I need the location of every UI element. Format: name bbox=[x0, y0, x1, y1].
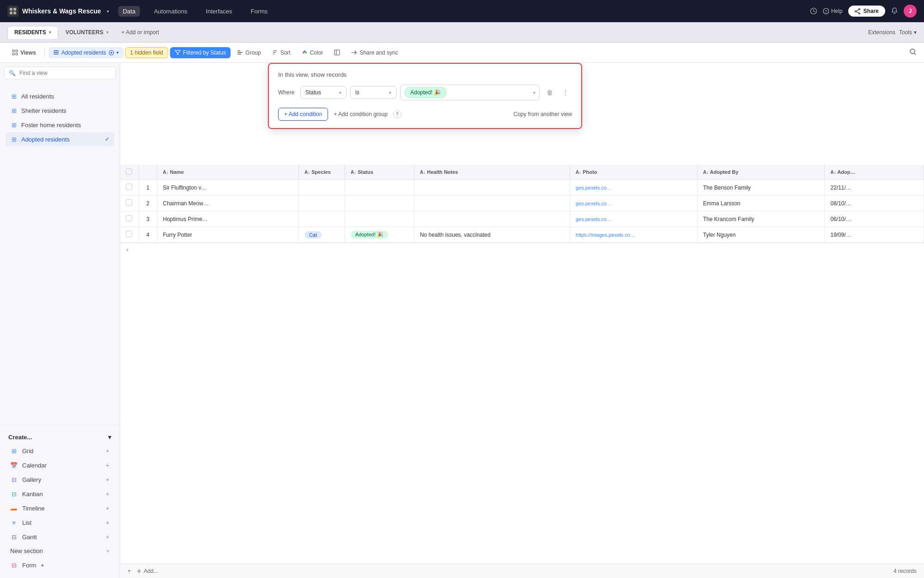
nav-data[interactable]: Data bbox=[118, 6, 140, 17]
row-checkbox[interactable] bbox=[126, 231, 132, 237]
table-row[interactable]: 1 Sir Fluffington v… ges.pexels.co… The … bbox=[120, 180, 924, 196]
grid-icon: ⊞ bbox=[10, 447, 18, 455]
row-2-adoptedby[interactable]: Emma Larsson bbox=[697, 196, 825, 211]
row-checkbox[interactable] bbox=[126, 184, 132, 190]
table-row[interactable]: 3 Hoptimus Prime… ges.pexels.co… The Kra… bbox=[120, 211, 924, 227]
filter-condition-value: Adopted! 🎉 bbox=[410, 89, 441, 96]
row-3-adoptedby[interactable]: The Krancom Family bbox=[697, 211, 825, 227]
group-button[interactable]: Group bbox=[232, 47, 265, 58]
create-timeline[interactable]: ▬ Timeline + bbox=[6, 501, 114, 515]
row-2-check[interactable] bbox=[120, 196, 139, 211]
nav-forms[interactable]: Forms bbox=[246, 6, 272, 17]
col-header-check[interactable] bbox=[120, 165, 139, 180]
sidebar-search[interactable]: 🔍 bbox=[4, 67, 116, 80]
views-section: ⊞ All residents ⊞ Shelter residents ⊞ Fo… bbox=[0, 83, 120, 148]
row-4-check[interactable] bbox=[120, 227, 139, 243]
row-1-name[interactable]: Sir Fluffington v… bbox=[157, 180, 298, 196]
bell-icon[interactable] bbox=[891, 7, 898, 16]
create-grid[interactable]: ⊞ Grid + bbox=[6, 444, 114, 458]
add-row-button[interactable]: + bbox=[120, 243, 924, 257]
history-button[interactable] bbox=[810, 7, 817, 15]
select-all-checkbox[interactable] bbox=[126, 168, 132, 175]
add-fields-button[interactable]: Add… bbox=[136, 568, 159, 574]
create-form[interactable]: ⊟ Form + bbox=[6, 558, 114, 572]
copy-from-view-button[interactable]: Copy from another view bbox=[513, 111, 572, 117]
col-header-adopteddate[interactable]: A↓ Adop… bbox=[825, 165, 924, 180]
table-row[interactable]: 2 Chairman Meow… ges.pexels.co… Emma Lar… bbox=[120, 196, 924, 211]
create-header[interactable]: Create... ▾ bbox=[4, 431, 116, 443]
color-button[interactable]: Color bbox=[297, 47, 328, 58]
sidebar-item-adopted-residents[interactable]: ⊞ Adopted residents ✓ bbox=[6, 132, 114, 146]
row-3-check[interactable] bbox=[120, 211, 139, 227]
row-checkbox[interactable] bbox=[126, 199, 132, 206]
sort-button[interactable]: Sort bbox=[267, 47, 295, 58]
filter-row: Where Status ▾ is ▾ Adopted! 🎉 ▾ 🗑 bbox=[278, 85, 572, 100]
tools-button[interactable]: Tools ▾ bbox=[899, 29, 917, 36]
find-view-input[interactable] bbox=[19, 70, 111, 76]
col-header-photo[interactable]: A↓ Photo bbox=[570, 165, 697, 180]
nav-automations[interactable]: Automations bbox=[149, 6, 192, 17]
add-import-button[interactable]: + Add or import bbox=[116, 26, 165, 38]
current-view-button[interactable]: Adopted residents ▾ bbox=[49, 47, 123, 58]
row-4-photo[interactable]: https://images.pexels.co… bbox=[570, 227, 697, 243]
table-area: In this view, show records Where Status … bbox=[120, 63, 924, 578]
row-1-adoptedby[interactable]: The Benson Family bbox=[697, 180, 825, 196]
sidebar-item-shelter-residents[interactable]: ⊞ Shelter residents bbox=[6, 104, 114, 117]
sidebar-item-foster-home-residents[interactable]: ⊞ Foster home residents bbox=[6, 118, 114, 132]
filter-delete-button[interactable]: 🗑 bbox=[543, 86, 556, 99]
help-button[interactable]: ? Help bbox=[823, 8, 843, 14]
extensions-button[interactable]: Extensions bbox=[868, 29, 895, 36]
nav-interfaces[interactable]: Interfaces bbox=[201, 6, 237, 17]
row-3-photo[interactable]: ges.pexels.co… bbox=[570, 211, 697, 227]
filter-value-container[interactable]: Adopted! 🎉 ▾ bbox=[400, 85, 540, 100]
share-sync-button[interactable]: Share and sync bbox=[346, 47, 402, 58]
avatar[interactable]: J bbox=[904, 5, 917, 18]
row-4-adoptedby[interactable]: Tyler Nguyen bbox=[697, 227, 825, 243]
toolbar-divider-1 bbox=[44, 48, 45, 57]
col-header-status[interactable]: A↓ Status bbox=[345, 165, 414, 180]
col-header-species[interactable]: A↓ Species bbox=[298, 165, 345, 180]
add-condition-group-button[interactable]: + Add condition group bbox=[334, 111, 387, 117]
view-label-adopted: Adopted residents bbox=[21, 136, 70, 143]
search-icon[interactable] bbox=[909, 48, 917, 57]
sidebar-item-all-residents[interactable]: ⊞ All residents bbox=[6, 89, 114, 103]
row-2-name[interactable]: Chairman Meow… bbox=[157, 196, 298, 211]
create-label: Create... bbox=[8, 434, 32, 441]
row-checkbox[interactable] bbox=[126, 215, 132, 221]
create-kanban[interactable]: ⊟ Kanban + bbox=[6, 487, 114, 501]
add-condition-button[interactable]: + Add condition bbox=[278, 108, 328, 121]
share-button[interactable]: Share bbox=[848, 6, 885, 17]
row-1-check[interactable] bbox=[120, 180, 139, 196]
filter-operator-select[interactable]: is ▾ bbox=[350, 86, 396, 99]
filter-help-icon[interactable]: ? bbox=[393, 110, 401, 118]
sidebar: 🔍 ⊞ All residents ⊞ Shelter residents ⊞ … bbox=[0, 63, 120, 578]
col-header-health[interactable]: A↓ Health Notes bbox=[414, 165, 570, 180]
row-3-name[interactable]: Hoptimus Prime… bbox=[157, 211, 298, 227]
col-header-name[interactable]: A↓ Name bbox=[157, 165, 298, 180]
row-2-photo[interactable]: ges.pexels.co… bbox=[570, 196, 697, 211]
add-row-footer-button[interactable]: + bbox=[128, 568, 131, 574]
row-3-adopteddate: 06/10/… bbox=[825, 211, 924, 227]
views-button[interactable]: Views bbox=[7, 47, 41, 58]
timeline-icon: ▬ bbox=[10, 504, 18, 512]
col-header-adoptedby[interactable]: A↓ Adopted By bbox=[697, 165, 825, 180]
fields-button[interactable] bbox=[329, 47, 345, 58]
tab-residents[interactable]: RESIDENTS ▾ bbox=[7, 26, 58, 39]
row-1-photo[interactable]: ges.pexels.co… bbox=[570, 180, 697, 196]
create-calendar[interactable]: 📅 Calendar + bbox=[6, 458, 114, 472]
create-grid-label: Grid bbox=[22, 448, 34, 455]
hidden-field-button[interactable]: 1 hidden field bbox=[125, 47, 168, 58]
form-icon: ⊟ bbox=[10, 561, 18, 569]
row-4-num: 4 bbox=[139, 227, 157, 243]
main-layout: 🔍 ⊞ All residents ⊞ Shelter residents ⊞ … bbox=[0, 63, 924, 578]
tab-volunteers[interactable]: VOLUNTEERS ▾ bbox=[59, 26, 115, 38]
create-list[interactable]: ≡ List + bbox=[6, 516, 114, 529]
new-section-button[interactable]: New section + bbox=[6, 544, 114, 558]
row-4-name[interactable]: Furry Potter bbox=[157, 227, 298, 243]
filter-field-select[interactable]: Status ▾ bbox=[300, 86, 346, 99]
filter-button[interactable]: Filtered by Status bbox=[170, 47, 231, 58]
filter-more-button[interactable]: ⋮ bbox=[559, 86, 572, 99]
table-row[interactable]: 4 Furry Potter Cat Adopted! 🎉 No health … bbox=[120, 227, 924, 243]
create-gantt[interactable]: ⊟ Gantt + bbox=[6, 530, 114, 544]
create-gallery[interactable]: ⊟ Gallery + bbox=[6, 473, 114, 486]
